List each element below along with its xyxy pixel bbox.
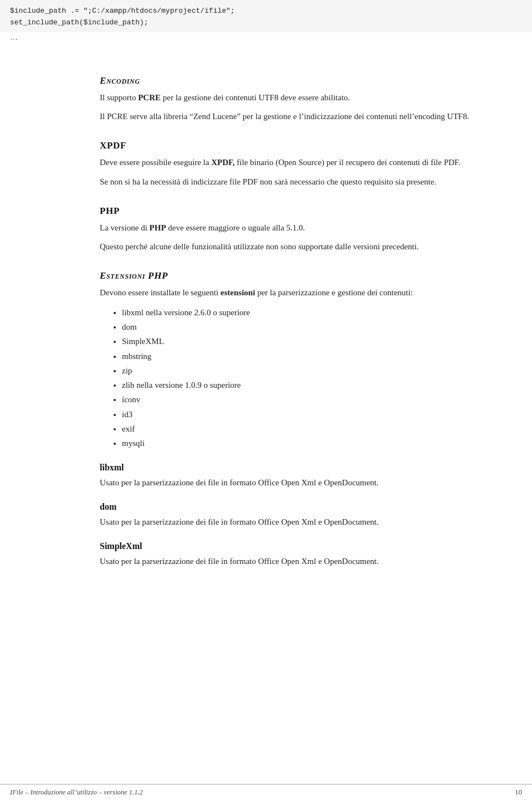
xpdf-para1-suffix: file binario (Open Source) per il recupe… <box>235 158 461 167</box>
encoding-para1: Il supporto PCRE per la gestione dei con… <box>100 91 477 105</box>
php-para1-prefix: La versione di <box>100 223 150 232</box>
xpdf-para2: Se non si ha la necessità di indicizzare… <box>100 175 477 189</box>
estensioni-bullet-item: iconv <box>122 392 477 407</box>
xpdf-para1: Deve essere possibile eseguire la XPDF, … <box>100 156 477 170</box>
section-simplexml: SimpleXml Usato per la parserizzazione d… <box>100 541 477 568</box>
code-ellipsis: … <box>0 32 532 48</box>
encoding-heading: Encoding <box>100 75 477 86</box>
section-dom: dom Usato per la parserizzazione dei fil… <box>100 502 477 529</box>
encoding-para2: Il PCRE serve alla libreria “Zend Lucene… <box>100 110 477 124</box>
estensioni-bullet-list: libxml nella versione 2.6.0 o superiored… <box>122 305 477 451</box>
section-libxml: libxml Usato per la parserizzazione dei … <box>100 463 477 490</box>
estensioni-bullet-item: exif <box>122 422 477 436</box>
simplexml-para: Usato per la parserizzazione dei file in… <box>100 555 477 568</box>
libxml-para: Usato per la parserizzazione dei file in… <box>100 476 477 490</box>
footer-left: IFile – Introduzione all’utilizzo – vers… <box>10 788 143 797</box>
php-para1: La versione di PHP deve essere maggiore … <box>100 221 477 235</box>
estensioni-bullet-item: SimpleXML <box>122 334 477 348</box>
estensioni-para1-bold: estensioni <box>221 288 255 297</box>
footer: IFile – Introduzione all’utilizzo – vers… <box>0 784 532 800</box>
php-heading: PHP <box>100 206 477 217</box>
estensioni-para1: Devono essere installate le seguenti est… <box>100 286 477 300</box>
dom-heading: dom <box>100 502 477 512</box>
code-line1: $include_path .= ";C:/xampp/htdocs/mypro… <box>10 7 235 15</box>
code-line2: set_include_path($include_path); <box>10 18 149 27</box>
section-xpdf: XPDF Deve essere possibile eseguire la X… <box>100 140 477 189</box>
estensioni-para1-suffix: per la parserizzazione e gestione dei co… <box>255 288 412 297</box>
xpdf-para1-bold: XPDF, <box>211 158 234 167</box>
php-para2: Questo perché alcune delle funzionalità … <box>100 240 477 254</box>
dom-para: Usato per la parserizzazione dei file in… <box>100 515 477 529</box>
main-content: Encoding Il supporto PCRE per la gestion… <box>0 48 532 585</box>
estensioni-bullet-item: dom <box>122 320 477 334</box>
section-php: PHP La versione di PHP deve essere maggi… <box>100 206 477 254</box>
section-encoding: Encoding Il supporto PCRE per la gestion… <box>100 75 477 124</box>
libxml-heading: libxml <box>100 463 477 473</box>
xpdf-para1-prefix: Deve essere possibile eseguire la <box>100 158 211 167</box>
estensioni-para1-prefix: Devono essere installate le seguenti <box>100 288 221 297</box>
estensioni-heading: Estensioni PHP <box>100 270 477 281</box>
simplexml-heading: SimpleXml <box>100 541 477 551</box>
estensioni-bullet-item: mysqli <box>122 436 477 450</box>
section-estensioni: Estensioni PHP Devono essere installate … <box>100 270 477 450</box>
encoding-para1-suffix: per la gestione dei contenuti UTF8 deve … <box>161 93 350 102</box>
php-para1-suffix: deve essere maggiore o uguale alla 5.1.0… <box>166 223 305 232</box>
encoding-para1-bold: PCRE <box>138 93 161 102</box>
footer-page-number: 10 <box>515 788 522 797</box>
estensioni-bullet-item: libxml nella versione 2.6.0 o superiore <box>122 305 477 320</box>
code-block: $include_path .= ";C:/xampp/htdocs/mypro… <box>0 0 532 32</box>
estensioni-bullet-item: zip <box>122 363 477 378</box>
page-container: $include_path .= ";C:/xampp/htdocs/mypro… <box>0 0 532 800</box>
estensioni-bullet-item: id3 <box>122 407 477 422</box>
estensioni-bullet-item: zlib nella versione 1.0.9 o superiore <box>122 378 477 392</box>
xpdf-heading: XPDF <box>100 140 477 151</box>
php-para1-bold: PHP <box>150 223 166 232</box>
encoding-para1-prefix: Il supporto <box>100 93 138 102</box>
estensioni-bullet-item: mbstring <box>122 349 477 363</box>
